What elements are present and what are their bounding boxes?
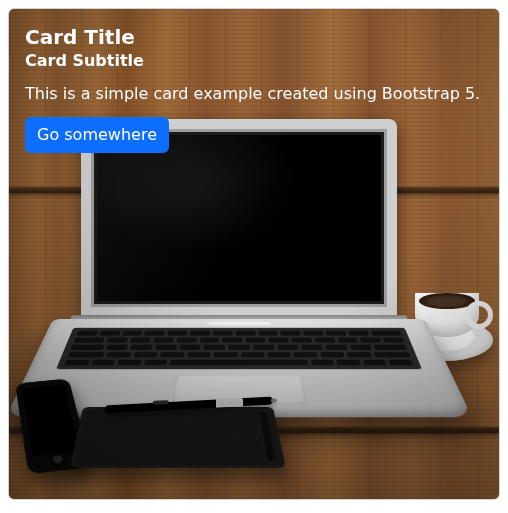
card-body: Card Title Card Subtitle This is a simpl… [9, 9, 499, 169]
card: Card Title Card Subtitle This is a simpl… [8, 8, 500, 500]
card-text: This is a simple card example created us… [25, 84, 483, 103]
card-subtitle: Card Subtitle [25, 51, 483, 70]
go-somewhere-button[interactable]: Go somewhere [25, 117, 169, 153]
card-title: Card Title [25, 25, 483, 49]
